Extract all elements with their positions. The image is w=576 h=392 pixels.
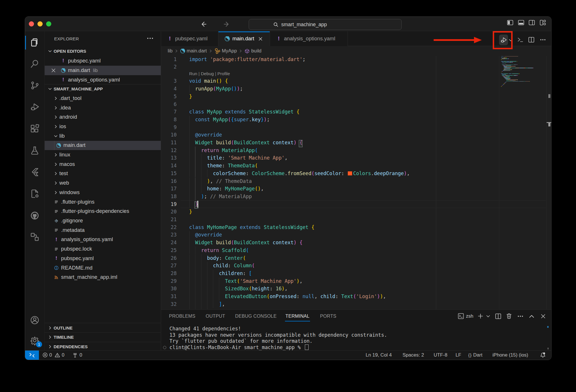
tree-item-macos[interactable]: macos xyxy=(45,160,161,169)
overview-ruler xyxy=(546,56,552,310)
open-editors-header[interactable]: OPEN EDITORS xyxy=(45,47,161,56)
tree-item-android[interactable]: android xyxy=(45,112,161,122)
activity-flutter-icon[interactable] xyxy=(25,164,44,179)
tree-item-README.md[interactable]: README.md xyxy=(45,263,161,273)
breadcrumb-MyApp[interactable]: MyApp xyxy=(214,48,237,54)
activity-dart-devtools-icon[interactable] xyxy=(25,186,44,201)
line-number: 14 xyxy=(161,162,177,170)
tree-item-pubspec.yaml[interactable]: !pubspec.yaml xyxy=(45,254,161,263)
open-editor-main.dart[interactable]: main.dartlib xyxy=(45,66,161,75)
activity-extensions-icon[interactable] xyxy=(25,121,44,136)
maximize-panel-icon[interactable] xyxy=(529,315,534,318)
tree-item-lib[interactable]: lib xyxy=(45,131,161,141)
toggle-panel-icon[interactable] xyxy=(518,19,524,26)
tree-item-windows[interactable]: windows xyxy=(45,188,161,197)
tree-item-.gitignore[interactable]: .gitignore xyxy=(45,216,161,226)
zoom-traffic-light[interactable] xyxy=(46,21,51,26)
tree-item-pubspec.lock[interactable]: pubspec.lock xyxy=(45,244,161,254)
open-editor-pubspec.yaml[interactable]: !pubspec.yaml xyxy=(45,56,161,66)
new-terminal-icon[interactable] xyxy=(477,313,484,319)
open-terminal-icon[interactable] xyxy=(517,37,524,43)
status-indentation[interactable]: Spaces: 2 xyxy=(403,351,424,360)
split-editor-icon[interactable] xyxy=(528,37,535,43)
tree-item-.dart_tool[interactable]: .dart_tool xyxy=(45,94,161,103)
tree-item-.flutter-plugins-dependencies[interactable]: .flutter-plugins-dependencies xyxy=(45,207,161,216)
terminal-launch-chevron-icon[interactable] xyxy=(486,314,490,318)
dart-symbol-icon xyxy=(180,48,185,54)
ports-status[interactable]: 0 xyxy=(72,351,82,360)
project-root-header[interactable]: SMART_MACHINE_APP xyxy=(45,84,161,94)
activity-search-icon[interactable] xyxy=(25,56,44,71)
tree-item-linux[interactable]: linux xyxy=(45,150,161,160)
line-number: 22 xyxy=(161,224,177,231)
activity-bar: 1 xyxy=(25,31,44,350)
tree-item-ios[interactable]: ios xyxy=(45,122,161,131)
line-number: 6 xyxy=(161,101,177,108)
status-cursor-position[interactable]: Ln 19, Col 4 xyxy=(366,351,392,360)
status-language[interactable]: {} Dart xyxy=(468,351,482,360)
folder-name: .dart_tool xyxy=(59,95,82,101)
toggle-primary-sidebar-icon[interactable] xyxy=(507,19,513,26)
tree-item-.idea[interactable]: .idea xyxy=(45,103,161,113)
editor-more-actions-icon[interactable] xyxy=(540,39,546,41)
line-number: 4 xyxy=(161,85,177,93)
tree-item-.flutter-plugins[interactable]: .flutter-plugins xyxy=(45,197,161,207)
code-line-24: Widget build(BuildContext context) { xyxy=(189,239,303,247)
folder-name: web xyxy=(59,180,69,186)
toggle-secondary-sidebar-icon[interactable] xyxy=(528,19,535,26)
tree-item-web[interactable]: web xyxy=(45,178,161,188)
vscode-window: smart_machine_app xyxy=(25,16,552,360)
folder-name: windows xyxy=(59,190,80,196)
terminal-shell-label[interactable]: zsh xyxy=(466,313,473,319)
breadcrumb-main.dart[interactable]: main.dart xyxy=(180,48,207,54)
kill-terminal-icon[interactable] xyxy=(506,313,512,319)
activity-testing-icon[interactable] xyxy=(25,143,44,158)
command-center-search[interactable]: smart_machine_app xyxy=(249,19,402,30)
code-editor[interactable]: 1import 'package:flutter/material.dart';… xyxy=(161,56,551,310)
minimap[interactable] xyxy=(499,56,546,310)
activity-settings-icon[interactable]: 1 xyxy=(25,333,44,348)
status-encoding[interactable]: UTF-8 xyxy=(434,351,447,360)
activity-source-control-icon[interactable] xyxy=(25,78,44,93)
panel-more-actions-icon[interactable] xyxy=(518,315,523,317)
navigate-forward-button[interactable] xyxy=(223,20,231,28)
remote-indicator[interactable] xyxy=(25,351,39,360)
open-editor-analysis_options.yaml[interactable]: !analysis_options.yaml xyxy=(45,75,161,85)
section-dependencies[interactable]: DEPENDENCIES xyxy=(45,342,161,351)
notifications-bell[interactable] xyxy=(540,351,546,360)
code-line-13: title: 'Smart Machine App', xyxy=(189,154,288,162)
activity-github-icon[interactable] xyxy=(25,208,44,223)
section-timeline[interactable]: TIMELINE xyxy=(45,332,161,342)
minimize-traffic-light[interactable] xyxy=(37,21,43,26)
sidebar-title: EXPLORER xyxy=(54,36,79,41)
close-panel-icon[interactable] xyxy=(541,314,546,319)
code-line-30: SizedBox(height: 16), xyxy=(189,285,288,293)
tree-item-test[interactable]: test xyxy=(45,169,161,179)
search-icon xyxy=(273,22,279,27)
tree-item-main.dart[interactable]: main.dart xyxy=(45,141,161,150)
status-device[interactable]: iPhone (15) (ios) xyxy=(492,351,528,360)
folder-name: android xyxy=(59,114,77,120)
terminal-output[interactable]: Changed 41 dependencies!13 packages have… xyxy=(169,326,387,351)
close-editor-icon[interactable] xyxy=(51,68,56,73)
activity-accounts-icon[interactable] xyxy=(25,313,44,327)
tree-item-smart_machine_app.iml[interactable]: smart_machine_app.iml xyxy=(45,272,161,282)
color-swatch-deep-orange[interactable] xyxy=(348,171,352,176)
tree-item-.metadata[interactable]: .metadata xyxy=(45,226,161,235)
tree-item-analysis_options.yaml[interactable]: !analysis_options.yaml xyxy=(45,235,161,245)
customize-layout-icon[interactable] xyxy=(539,19,546,26)
chevron-right-icon xyxy=(54,124,58,129)
breadcrumb-build[interactable]: build xyxy=(244,48,261,54)
problems-status[interactable]: 0 0 xyxy=(42,351,65,360)
split-terminal-icon[interactable] xyxy=(495,313,501,319)
codelens-run-debug-profile[interactable]: Run | Debug | Profile xyxy=(189,71,230,76)
navigate-back-button[interactable] xyxy=(199,20,207,28)
explorer-more-actions-icon[interactable] xyxy=(147,37,153,39)
section-outline[interactable]: OUTLINE xyxy=(45,323,161,332)
status-eol[interactable]: LF xyxy=(456,351,461,360)
activity-explorer-icon[interactable] xyxy=(25,35,44,50)
activity-remote-explorer-icon[interactable] xyxy=(25,229,44,244)
breadcrumb-lib[interactable]: lib xyxy=(168,48,173,54)
close-traffic-light[interactable] xyxy=(29,21,34,26)
activity-run-debug-icon[interactable] xyxy=(25,99,44,114)
